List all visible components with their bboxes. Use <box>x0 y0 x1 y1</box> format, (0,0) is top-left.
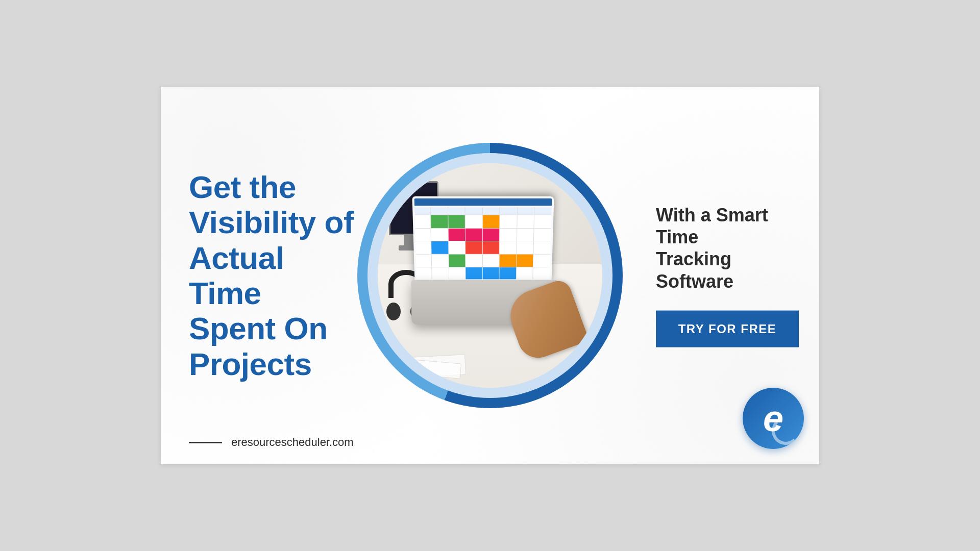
grid-cell <box>500 207 517 214</box>
grid-cell <box>500 267 516 280</box>
grid-cell <box>534 215 551 228</box>
grid-cell <box>415 215 431 228</box>
circle-outer-ring <box>357 143 623 408</box>
grid-cell <box>517 229 534 241</box>
grid-cell <box>448 215 465 228</box>
grid-cell <box>500 255 517 267</box>
grid-cell <box>517 241 534 254</box>
grid-cell <box>466 255 482 267</box>
grid-cell <box>465 229 482 241</box>
grid-cell <box>533 267 550 280</box>
grid-cell <box>483 255 499 267</box>
screen-grid <box>415 207 552 279</box>
papers <box>389 343 479 377</box>
subtitle-line1: With a Smart Time <box>656 205 768 247</box>
screen-content <box>412 196 554 282</box>
grid-cell <box>416 267 432 280</box>
laptop-scene <box>378 163 602 388</box>
grid-cell <box>535 207 552 214</box>
headline-line1: Get the <box>189 169 296 205</box>
grid-cell <box>534 241 551 254</box>
circle-inner-ring <box>368 153 612 398</box>
headline-line2: Visibility of <box>189 205 354 240</box>
circle-image-area <box>378 163 602 388</box>
headline-text: Get the Visibility of Actual Time Spent … <box>189 169 355 382</box>
grid-cell <box>415 229 431 241</box>
grid-cell <box>500 215 517 228</box>
grid-cell <box>431 207 448 214</box>
hand-shape <box>503 277 589 363</box>
grid-cell <box>431 229 448 241</box>
grid-cell <box>449 267 465 280</box>
grid-cell <box>449 241 465 254</box>
grid-cell <box>517 255 533 267</box>
grid-cell <box>449 255 465 267</box>
subtitle-text: With a Smart Time Tracking Software <box>656 204 799 292</box>
ad-banner: Get the Visibility of Actual Time Spent … <box>161 87 819 464</box>
grid-cell <box>500 241 517 254</box>
right-section: With a Smart Time Tracking Software TRY … <box>656 204 799 347</box>
grid-cell <box>416 255 431 267</box>
footer-url: eresourcescheduler.com <box>231 436 354 449</box>
grid-cell <box>517 215 534 228</box>
headline-line3: Actual Time <box>189 240 284 311</box>
footer-line-decoration <box>189 442 222 443</box>
grid-cell <box>432 255 449 267</box>
grid-cell <box>518 207 534 214</box>
grid-cell <box>415 207 431 214</box>
grid-cell <box>465 215 482 228</box>
grid-cell <box>466 267 482 280</box>
grid-cell <box>483 207 500 214</box>
grid-cell <box>483 215 500 228</box>
left-section: Get the Visibility of Actual Time Spent … <box>161 139 375 413</box>
center-circle-section <box>357 143 623 408</box>
grid-cell <box>483 267 499 280</box>
grid-cell <box>500 229 517 241</box>
try-for-free-button[interactable]: TRY FOR FREE <box>656 310 799 347</box>
grid-cell <box>415 241 431 254</box>
grid-cell <box>449 229 465 241</box>
grid-cell <box>448 207 465 214</box>
grid-cell <box>517 267 533 280</box>
laptop-screen <box>412 196 554 282</box>
grid-cell <box>431 241 448 254</box>
grid-cell <box>483 229 500 241</box>
grid-cell <box>534 229 551 241</box>
grid-cell <box>431 215 448 228</box>
grid-cell <box>483 241 500 254</box>
subtitle-line2: Tracking Software <box>656 248 733 291</box>
grid-cell <box>432 267 449 280</box>
hand <box>512 287 580 354</box>
screen-header-bar <box>414 198 552 206</box>
footer-section: eresourcescheduler.com <box>189 436 354 449</box>
logo-circle: e <box>743 388 804 449</box>
grid-cell <box>533 255 550 267</box>
grid-cell <box>465 207 482 214</box>
logo-letter: e <box>763 400 783 437</box>
headline-line4: Spent On <box>189 311 328 346</box>
headphone-ear-left <box>386 303 401 320</box>
grid-cell <box>465 241 482 254</box>
headline-line5: Projects <box>189 346 312 382</box>
